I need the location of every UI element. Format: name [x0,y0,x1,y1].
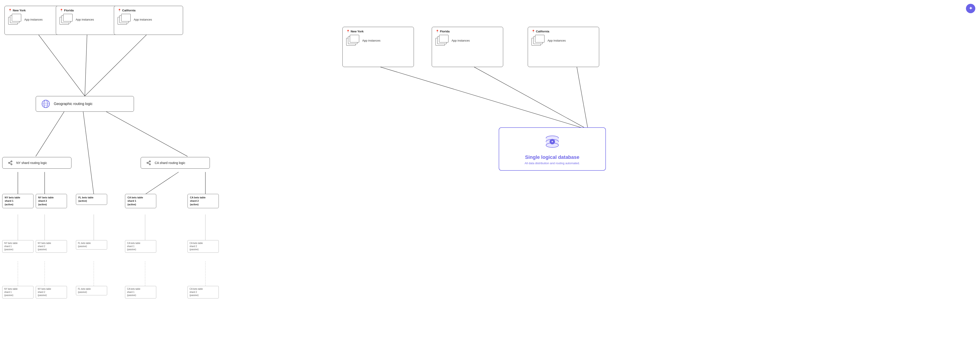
ca-s1-passive2: CA bets tableshard 1(passive) [125,286,156,298]
pin-icon-fl: 📍 [60,9,63,12]
ny-s2-active: NY bets tableshard 2(active) [36,194,67,208]
fl-s1-active: FL bets table(active) [76,194,107,205]
pin-icon-rny: 📍 [346,30,350,33]
ny-s1-passive2: NY bets tableshard 1(passive) [2,286,33,298]
ca-s2-active: CA bets tableshard 2(active) [188,194,219,208]
ny-s2-passive1: NY bets tableshard 2(passive) [36,240,67,253]
r-ny-title: 📍 New York [346,30,410,33]
svg-text:✦: ✦ [551,140,554,143]
svg-line-0 [38,34,85,96]
pin-icon-rfl: 📍 [436,30,439,33]
svg-point-26 [11,164,12,165]
pin-icon-ca: 📍 [118,9,121,12]
pin-icon-rca: 📍 [531,30,535,33]
svg-point-27 [8,162,10,164]
geo-routing-box: Geographic routing logic [36,96,134,112]
ny-shard-label: NY shard routing logic [16,161,47,165]
ca-app-box: 📍 California App instances [114,6,183,35]
r-fl-app-box: 📍 Florida App instances [432,27,503,67]
r-ny-app-label: App instances [362,39,380,42]
svg-line-37 [577,67,588,129]
share-icon-ca [146,160,151,165]
r-fl-app-label: App instances [452,39,470,42]
ca-title: 📍 California [118,9,179,12]
share-icon-ny [8,160,13,165]
svg-line-36 [474,67,588,129]
svg-point-32 [147,162,148,164]
geo-routing-label: Geographic routing logic [54,102,92,106]
ny-s2-passive2: NY bets tableshard 2(passive) [36,286,67,298]
ca-s1-active: CA bets tableshard 1(active) [125,194,156,208]
r-fl-title: 📍 Florida [436,30,500,33]
fl-app-label: App instances [76,18,94,21]
ca-app-label: App instances [134,18,152,21]
db-stack-icon: ✦ [543,133,561,151]
ca-windows-icon [118,14,131,25]
fl-windows-icon [60,14,73,25]
r-fl-windows-icon [436,35,449,46]
r-ca-title: 📍 California [531,30,595,33]
svg-line-4 [98,107,188,156]
svg-line-34 [148,163,150,164]
svg-point-25 [11,161,12,162]
svg-line-35 [380,67,588,129]
svg-line-1 [85,34,87,96]
ca-shard-label: CA shard routing logic [155,161,185,165]
ca-s1-passive1: CA bets tableshard 1(passive) [125,240,156,253]
svg-line-33 [148,162,150,163]
r-ca-app-box: 📍 California App instances [528,27,599,67]
single-db-subtitle: All data distribution and routing automa… [506,161,598,165]
pin-icon: 📍 [8,9,12,12]
watermark-logo: ✦ [966,3,975,14]
fl-s1-passive2: FL bets table(passive) [76,286,107,295]
single-db-title: Single logical database [506,155,598,160]
r-ca-app-label: App instances [547,39,566,42]
fl-s1-passive1: FL bets table(passive) [76,240,107,250]
svg-line-8 [145,172,178,195]
svg-line-28 [10,162,11,163]
r-ny-app-box: 📍 New York App instances [342,27,414,67]
svg-text:✦: ✦ [969,6,973,11]
ca-s2-passive1: CA bets tableshard 2(passive) [188,240,219,253]
ny-windows-icon [8,14,22,25]
ca-shard-box: CA shard routing logic [141,157,210,169]
svg-line-7 [83,107,94,195]
svg-point-30 [150,161,151,162]
ny-s1-passive1: NY bets tableshard 1(passive) [2,240,33,253]
ny-s1-active: NY bets tableshard 1(active) [2,194,33,208]
fl-title: 📍 Florida [60,9,121,12]
svg-line-3 [36,107,67,156]
globe-icon [41,99,50,108]
svg-point-31 [150,164,151,165]
single-db-box: ✦ Single logical database All data distr… [499,128,606,171]
svg-line-2 [85,34,147,96]
ny-app-label: App instances [24,18,43,21]
r-ny-windows-icon [346,35,360,46]
r-ca-windows-icon [531,35,545,46]
svg-line-29 [10,163,11,164]
ny-shard-box: NY shard routing logic [2,157,72,169]
ca-s2-passive2: CA bets tableshard 2(passive) [188,286,219,298]
